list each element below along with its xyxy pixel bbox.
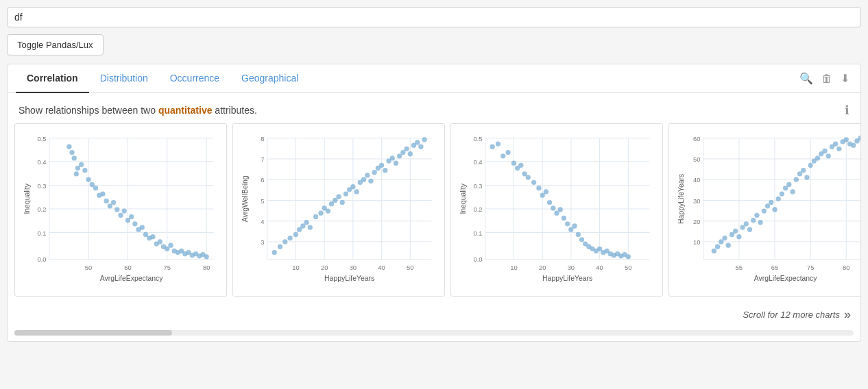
download-icon[interactable]: ⬇ xyxy=(841,72,849,85)
top-input-container xyxy=(7,7,861,27)
svg-point-40 xyxy=(122,208,127,213)
svg-point-42 xyxy=(129,214,134,219)
svg-point-38 xyxy=(114,207,119,212)
svg-text:10: 10 xyxy=(292,264,299,271)
svg-point-173 xyxy=(565,221,570,226)
svg-point-159 xyxy=(511,161,516,166)
svg-text:65: 65 xyxy=(771,264,778,271)
svg-text:0.3: 0.3 xyxy=(473,183,482,190)
tab-geographical[interactable]: Geographical xyxy=(230,64,309,93)
tab-icons: 🔍 🗑 ⬇ xyxy=(797,66,852,90)
svg-point-236 xyxy=(786,182,791,187)
tab-occurrence[interactable]: Occurrence xyxy=(159,64,230,93)
svg-point-109 xyxy=(350,184,355,189)
info-icon[interactable]: ℹ xyxy=(845,103,849,118)
svg-text:0.1: 0.1 xyxy=(37,230,46,237)
svg-point-240 xyxy=(801,168,806,173)
svg-point-63 xyxy=(204,254,208,259)
svg-point-218 xyxy=(722,236,727,240)
svg-text:50: 50 xyxy=(85,264,92,271)
toggle-pandas-lux-button[interactable]: Toggle Pandas/Lux xyxy=(7,34,104,55)
svg-text:75: 75 xyxy=(807,264,814,271)
chart-container-1: 0.5 0.4 0.3 0.2 0.1 0.0 50 60 75 80 Ineq… xyxy=(14,123,227,297)
scroll-footer: Scroll for 12 more charts » xyxy=(8,303,860,329)
svg-point-90 xyxy=(272,250,276,255)
svg-text:AvrgLifeExpectancy: AvrgLifeExpectancy xyxy=(754,275,818,282)
svg-point-107 xyxy=(343,191,348,196)
svg-point-161 xyxy=(518,163,523,168)
svg-point-29 xyxy=(82,168,87,173)
svg-text:Inequality: Inequality xyxy=(23,183,31,214)
delete-icon[interactable]: 🗑 xyxy=(821,73,832,85)
svg-point-170 xyxy=(554,211,559,216)
svg-point-97 xyxy=(304,220,309,225)
svg-text:HappyLifeYears: HappyLifeYears xyxy=(542,275,592,282)
svg-point-34 xyxy=(100,191,105,196)
svg-point-112 xyxy=(361,177,366,182)
svg-point-31 xyxy=(90,182,95,187)
svg-text:0.0: 0.0 xyxy=(37,256,46,263)
svg-point-124 xyxy=(404,147,409,151)
svg-text:55: 55 xyxy=(736,264,743,271)
svg-text:60: 60 xyxy=(693,136,700,142)
svg-point-36 xyxy=(108,203,112,208)
svg-point-215 xyxy=(712,249,716,253)
svg-text:80: 80 xyxy=(203,264,210,271)
svg-text:6: 6 xyxy=(261,177,264,184)
svg-point-158 xyxy=(505,150,510,155)
description-row: Show relationships between two quantitat… xyxy=(8,93,860,123)
main-panel: Correlation Distribution Occurrence Geog… xyxy=(7,64,861,342)
search-icon[interactable]: 🔍 xyxy=(799,72,813,85)
svg-point-249 xyxy=(833,141,838,146)
svg-point-26 xyxy=(75,166,80,171)
svg-point-225 xyxy=(747,227,752,232)
tab-correlation[interactable]: Correlation xyxy=(16,64,89,93)
svg-point-233 xyxy=(776,197,781,201)
svg-text:0.0: 0.0 xyxy=(473,256,482,263)
svg-point-238 xyxy=(794,177,799,182)
svg-point-43 xyxy=(132,221,137,226)
svg-point-244 xyxy=(815,155,820,160)
svg-text:80: 80 xyxy=(843,264,849,271)
scroll-text: Scroll for 12 more charts xyxy=(743,310,840,320)
svg-text:0.1: 0.1 xyxy=(473,230,482,237)
svg-point-50 xyxy=(158,239,162,244)
svg-point-25 xyxy=(69,150,74,155)
svg-text:30: 30 xyxy=(693,198,700,205)
svg-point-228 xyxy=(758,220,762,225)
svg-text:60: 60 xyxy=(124,264,131,271)
svg-point-231 xyxy=(769,200,773,205)
svg-point-169 xyxy=(551,205,555,210)
svg-point-52 xyxy=(165,247,169,251)
scrollbar-area xyxy=(8,329,860,341)
svg-text:50: 50 xyxy=(407,264,413,271)
code-input[interactable] xyxy=(14,12,854,23)
svg-text:5: 5 xyxy=(261,198,264,205)
svg-text:30: 30 xyxy=(350,264,357,271)
chart-svg-4: 60 50 40 30 20 10 55 65 75 80 HappyLifeY… xyxy=(675,131,860,288)
tab-distribution[interactable]: Distribution xyxy=(89,64,159,93)
scroll-arrows[interactable]: » xyxy=(844,308,851,322)
svg-text:7: 7 xyxy=(261,156,264,163)
svg-text:50: 50 xyxy=(693,156,700,163)
svg-point-46 xyxy=(143,232,148,237)
svg-text:0.4: 0.4 xyxy=(37,159,46,166)
scrollbar-track xyxy=(14,330,854,336)
svg-point-100 xyxy=(318,211,323,216)
svg-point-99 xyxy=(313,214,318,219)
svg-text:0.2: 0.2 xyxy=(37,206,46,213)
scrollbar-thumb[interactable] xyxy=(14,330,172,336)
svg-text:HappyLifeYears: HappyLifeYears xyxy=(677,174,685,224)
svg-point-32 xyxy=(93,186,98,190)
chart-container-2: 8 7 6 5 4 3 10 20 30 40 50 AvrgWellBeing… xyxy=(232,123,445,297)
svg-point-113 xyxy=(365,173,370,177)
svg-point-117 xyxy=(379,163,384,168)
chart-container-3: 0.5 0.4 0.3 0.2 0.1 0.0 10 20 30 40 50 I… xyxy=(450,123,663,297)
svg-point-176 xyxy=(576,232,581,237)
svg-text:10: 10 xyxy=(693,239,700,246)
svg-text:10: 10 xyxy=(510,264,517,271)
svg-point-164 xyxy=(531,180,536,185)
svg-point-163 xyxy=(526,175,531,179)
svg-point-104 xyxy=(333,198,337,203)
toggle-button-label: Toggle Pandas/Lux xyxy=(17,40,93,50)
